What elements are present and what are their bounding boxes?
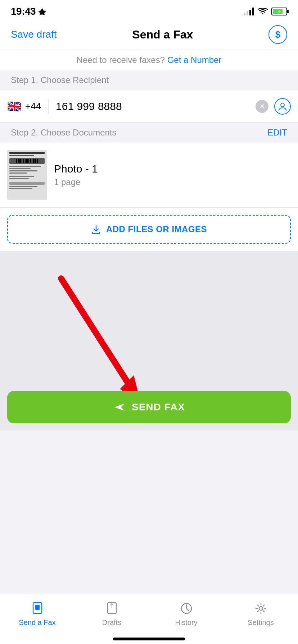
svg-rect-7 [26,159,28,163]
tab-send-fax-icon [30,601,45,616]
recipient-row: 🇬🇧 +44 ✕ [0,90,298,123]
gray-area: SEND FAX [0,251,298,431]
step1-header: Step 1. Choose Recipient [0,70,298,90]
phone-input[interactable] [49,100,256,112]
location-icon [39,8,46,15]
tab-drafts[interactable]: Drafts [74,594,149,633]
tab-drafts-icon [104,601,120,616]
clear-icon: ✕ [259,102,265,110]
step2-header: Step 2. Choose Documents EDIT [0,123,298,143]
person-icon [277,101,288,111]
add-files-container: ADD FILES OR IMAGES [0,208,298,251]
tab-send-fax[interactable]: Send a Fax [0,594,74,633]
svg-rect-6 [25,159,26,163]
battery-icon: ⚡ [271,8,287,15]
country-code: +44 [25,101,41,112]
download-icon [91,224,101,234]
dollar-icon: $ [275,29,280,40]
tab-settings-label: Settings [248,618,274,627]
clear-phone-button[interactable]: ✕ [256,100,268,113]
country-selector[interactable]: 🇬🇧 +44 [7,100,49,113]
svg-rect-12 [35,159,36,163]
signal-bars [244,8,254,15]
step2-label: Step 2. Choose Documents [11,128,117,138]
add-files-button[interactable]: ADD FILES OR IMAGES [7,215,291,244]
svg-rect-17 [35,605,40,610]
document-info: Photo - 1 1 page [54,163,291,187]
get-number-link[interactable]: Get a Number [167,55,222,65]
send-fax-label: SEND FAX [132,401,185,413]
tab-bar: Send a Fax Drafts History Settings [0,594,298,644]
svg-rect-5 [23,159,24,163]
receive-banner-text: Need to receive faxes? [77,55,165,65]
svg-point-0 [281,103,284,107]
svg-rect-13 [37,159,38,163]
svg-rect-10 [32,159,32,163]
country-flag: 🇬🇧 [7,100,22,113]
home-indicator [113,638,185,640]
svg-rect-11 [33,159,35,163]
send-icon [113,401,126,414]
svg-point-22 [259,607,263,610]
tab-history[interactable]: History [149,594,224,633]
document-item: Photo - 1 1 page [0,143,298,208]
add-files-label: ADD FILES OR IMAGES [106,224,207,234]
tab-settings[interactable]: Settings [224,594,298,633]
send-fax-button[interactable]: SEND FAX [7,391,291,423]
document-pages: 1 page [54,177,291,187]
nav-bar: Save draft Send a Fax $ [0,22,298,50]
document-name: Photo - 1 [54,163,291,175]
tab-history-label: History [175,618,197,627]
status-icons: ⚡ [244,8,287,15]
wifi-icon [258,8,268,15]
status-bar: 19:43 ⚡ [0,0,298,22]
svg-line-14 [61,279,141,403]
page-title: Send a Fax [132,28,193,41]
save-draft-button[interactable]: Save draft [11,29,57,40]
tab-history-icon [179,601,194,616]
svg-rect-3 [19,159,21,163]
barcode-icon [16,159,38,163]
tab-drafts-label: Drafts [102,618,121,627]
step1-label: Step 1. Choose Recipient [11,75,109,85]
document-thumbnail [7,150,47,200]
svg-rect-2 [18,159,19,163]
svg-rect-1 [16,159,17,163]
svg-rect-8 [28,159,29,163]
tab-settings-icon [253,601,269,616]
edit-documents-button[interactable]: EDIT [267,128,287,138]
receive-banner: Need to receive faxes? Get a Number [0,50,298,70]
main-content: Need to receive faxes? Get a Number Step… [0,50,298,481]
dollar-button[interactable]: $ [268,25,287,44]
status-time: 19:43 [11,6,36,17]
contact-picker-button[interactable] [274,98,291,115]
tab-send-fax-label: Send a Fax [19,618,55,627]
svg-rect-4 [22,159,22,163]
svg-rect-9 [30,159,31,163]
